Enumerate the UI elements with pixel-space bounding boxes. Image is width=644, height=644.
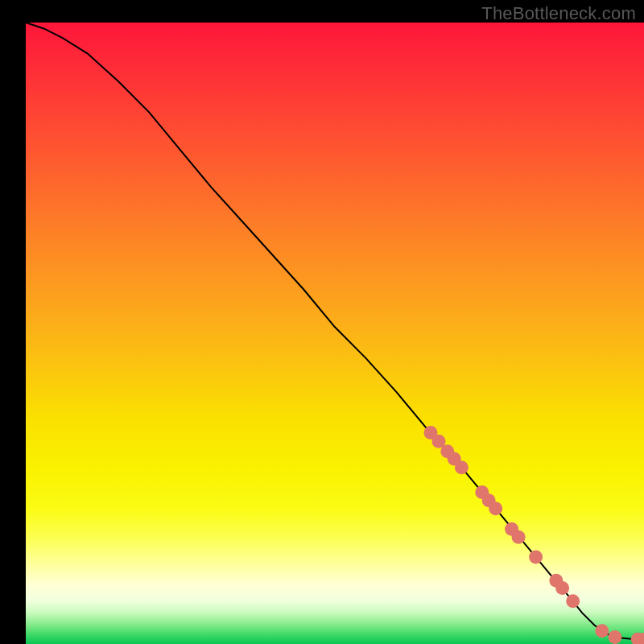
attribution-watermark: TheBottleneck.com: [481, 3, 636, 24]
data-marker: [512, 530, 526, 544]
data-marker: [529, 550, 543, 564]
data-marker: [489, 502, 502, 515]
chart-frame: TheBottleneck.com: [0, 0, 644, 644]
data-marker: [608, 630, 621, 644]
data-marker: [595, 624, 609, 638]
data-marker: [555, 581, 569, 595]
data-marker: [455, 460, 469, 474]
plot-background: [26, 23, 644, 644]
data-marker: [566, 594, 580, 608]
gradient-curve-plot: [0, 0, 644, 644]
